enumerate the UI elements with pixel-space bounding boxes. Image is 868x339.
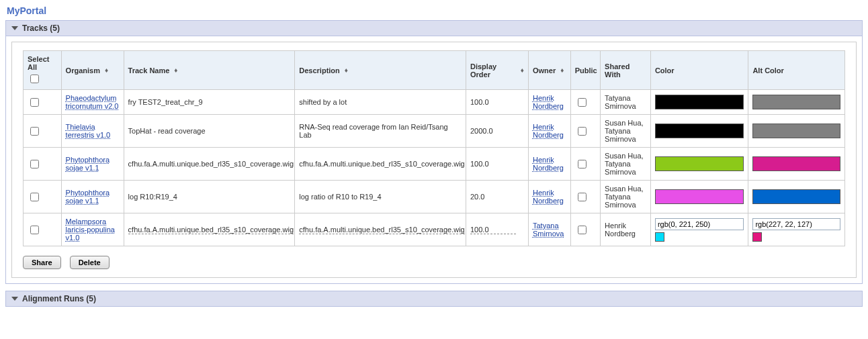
tracks-accordion-header[interactable]: Tracks (5) xyxy=(6,21,862,36)
color-swatch[interactable] xyxy=(655,124,744,138)
owner-cell: Henrik Nordberg xyxy=(528,181,570,213)
description-cell[interactable]: shifted by a lot xyxy=(295,90,466,115)
color-swatch-small[interactable] xyxy=(655,232,664,242)
description-cell[interactable]: log ratio of R10 to R19_4 xyxy=(295,181,466,213)
owner-link[interactable]: Henrik Nordberg xyxy=(533,94,564,110)
owner-link[interactable]: Tatyana Smirnova xyxy=(533,222,564,238)
shared-with-cell: Susan Hua, Tatyana Smirnova xyxy=(601,115,651,148)
description-editable[interactable]: cfhu.fa.A.multi.unique.bed_rl35_s10_cove… xyxy=(299,226,464,234)
display-order-cell[interactable]: 2000.0 xyxy=(466,115,528,148)
table-row: Thielavia terrestris v1.0TopHat - read c… xyxy=(24,115,845,148)
color-cell[interactable] xyxy=(650,90,748,115)
owner-cell: Henrik Nordberg xyxy=(528,115,570,148)
public-checkbox[interactable] xyxy=(578,226,587,234)
owner-cell: Tatyana Smirnova xyxy=(528,213,570,246)
description-label: Description xyxy=(299,66,340,75)
column-header-track-name[interactable]: Track Name♦ xyxy=(124,51,295,90)
color-input[interactable] xyxy=(655,218,744,230)
alt-color-input[interactable] xyxy=(752,218,840,230)
sort-icon: ♦ xyxy=(105,67,108,74)
alignment-runs-accordion-header[interactable]: Alignment Runs (5) xyxy=(6,291,862,306)
column-header-public: Public xyxy=(570,51,600,90)
alt-color-swatch[interactable] xyxy=(752,189,840,204)
description-cell[interactable]: cfhu.fa.A.multi.unique.bed_rl35_s10_cove… xyxy=(295,213,466,246)
public-checkbox[interactable] xyxy=(578,160,587,168)
row-select-cell xyxy=(24,213,62,246)
color-cell[interactable] xyxy=(650,181,748,213)
owner-link[interactable]: Henrik Nordberg xyxy=(533,189,564,205)
description-cell[interactable]: RNA-Seq read coverage from Ian Reid/Tsan… xyxy=(295,115,466,148)
column-header-select-all[interactable]: Select All xyxy=(24,51,62,90)
chevron-down-icon xyxy=(11,297,18,301)
public-label: Public xyxy=(575,66,597,75)
track-name-cell[interactable]: cfhu.fa.A.multi.unique.bed_rl35_s10_cove… xyxy=(124,213,295,246)
share-button[interactable]: Share xyxy=(23,256,61,269)
color-swatch[interactable] xyxy=(655,156,744,171)
track-name-cell[interactable]: cfhu.fa.A.multi.unique.bed_rl35_s10_cove… xyxy=(124,148,295,181)
color-cell[interactable] xyxy=(650,115,748,148)
shared-with-cell: Henrik Nordberg xyxy=(601,213,651,246)
alignment-runs-accordion-title: Alignment Runs (5) xyxy=(22,294,96,303)
owner-link[interactable]: Henrik Nordberg xyxy=(533,123,564,139)
row-select-checkbox[interactable] xyxy=(30,193,39,201)
select-all-checkbox[interactable] xyxy=(30,75,39,83)
alt-color-swatch-small[interactable] xyxy=(752,232,762,242)
display-order-cell[interactable]: 20.0 xyxy=(466,181,528,213)
shared-with-cell: Tatyana Smirnova xyxy=(601,90,651,115)
organism-link[interactable]: Phytophthora sojae v1.1 xyxy=(66,189,110,205)
track-name-cell[interactable]: TopHat - read coverage xyxy=(124,115,295,148)
organism-link[interactable]: Phytophthora sojae v1.1 xyxy=(66,156,110,172)
table-row: Phytophthora sojae v1.1cfhu.fa.A.multi.u… xyxy=(24,148,845,181)
alt-color-swatch[interactable] xyxy=(752,156,840,171)
row-select-checkbox[interactable] xyxy=(30,226,39,234)
alignment-runs-accordion: Alignment Runs (5) xyxy=(5,291,863,307)
table-row: Phaeodactylum tricornutum v2.0fry TEST2_… xyxy=(24,90,845,115)
organism-link[interactable]: Phaeodactylum tricornutum v2.0 xyxy=(66,94,119,110)
description-cell[interactable]: cfhu.fa.A.multi.unique.bed_rl35_s10_cove… xyxy=(295,148,466,181)
organism-cell: Melampsora laricis-populina v1.0 xyxy=(61,213,124,246)
column-header-organism[interactable]: Organism♦ xyxy=(61,51,124,90)
track-name-cell[interactable]: fry TEST2_treat_chr_9 xyxy=(124,90,295,115)
column-header-shared-with: Shared With xyxy=(601,51,651,90)
public-checkbox[interactable] xyxy=(578,127,587,136)
table-header-row: Select All Organism♦ Track Name♦ Descrip… xyxy=(24,51,845,90)
row-select-checkbox[interactable] xyxy=(30,160,39,168)
owner-cell: Henrik Nordberg xyxy=(528,148,570,181)
color-cell[interactable] xyxy=(650,148,748,181)
track-name-cell[interactable]: log R10:R19_4 xyxy=(124,181,295,213)
display-order-cell[interactable]: 100.0 xyxy=(466,213,528,246)
track-name-editable[interactable]: cfhu.fa.A.multi.unique.bed_rl35_s10_cove… xyxy=(128,226,294,234)
organism-link[interactable]: Melampsora laricis-populina v1.0 xyxy=(66,217,115,242)
alt-color-cell[interactable] xyxy=(748,90,845,115)
select-all-label: Select All xyxy=(28,55,57,71)
owner-link[interactable]: Henrik Nordberg xyxy=(533,156,564,172)
sort-icon: ♦ xyxy=(521,67,524,74)
column-header-owner[interactable]: Owner♦ xyxy=(528,51,570,90)
display-order-cell[interactable]: 100.0 xyxy=(466,90,528,115)
alt-color-swatch[interactable] xyxy=(752,124,840,138)
chevron-down-icon xyxy=(11,26,18,30)
color-swatch[interactable] xyxy=(655,95,744,109)
display-order-cell[interactable]: 100.0 xyxy=(466,148,528,181)
delete-button[interactable]: Delete xyxy=(70,256,110,269)
alt-color-cell[interactable] xyxy=(748,115,845,148)
display-order-editable[interactable]: 100.0 xyxy=(470,226,516,234)
column-header-display-order[interactable]: Display Order♦ xyxy=(466,51,528,90)
row-select-checkbox[interactable] xyxy=(30,98,39,107)
column-header-description[interactable]: Description♦ xyxy=(295,51,466,90)
alt-color-cell[interactable] xyxy=(748,213,845,246)
color-label: Color xyxy=(655,66,675,75)
color-cell[interactable] xyxy=(650,213,748,246)
owner-label: Owner xyxy=(533,66,556,75)
tracks-accordion: Tracks (5) Select All Organism♦ xyxy=(5,20,863,284)
shared-with-cell: Susan Hua, Tatyana Smirnova xyxy=(601,181,651,213)
alt-color-swatch[interactable] xyxy=(752,95,840,109)
alt-color-cell[interactable] xyxy=(748,181,845,213)
public-checkbox[interactable] xyxy=(578,98,587,107)
public-checkbox[interactable] xyxy=(578,193,587,201)
color-swatch[interactable] xyxy=(655,189,744,204)
owner-cell: Henrik Nordberg xyxy=(528,90,570,115)
organism-link[interactable]: Thielavia terrestris v1.0 xyxy=(66,123,111,139)
row-select-checkbox[interactable] xyxy=(30,127,39,136)
alt-color-cell[interactable] xyxy=(748,148,845,181)
